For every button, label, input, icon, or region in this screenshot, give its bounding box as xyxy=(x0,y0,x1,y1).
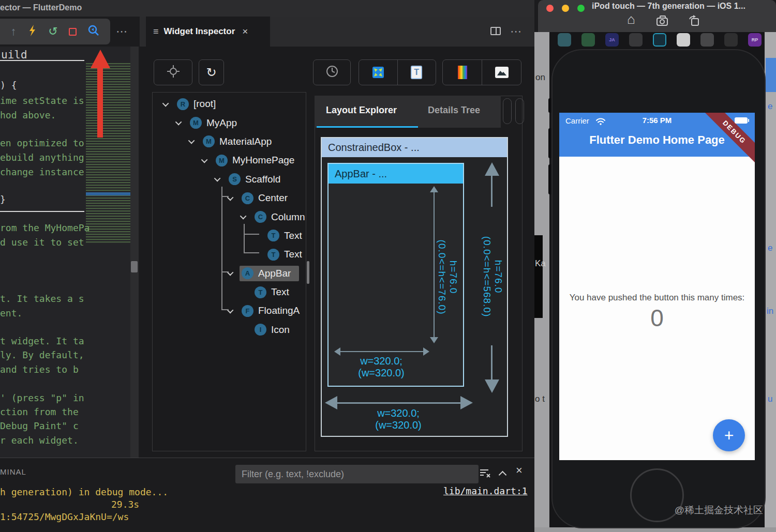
source-link[interactable]: lib/main.dart:1 xyxy=(443,485,528,496)
height-arrow-inner xyxy=(434,191,435,338)
tab-widget-inspector[interactable]: ≡ Widget Inspector × xyxy=(146,17,270,47)
select-widget-button[interactable] xyxy=(154,59,192,85)
node-badge: I xyxy=(255,324,266,336)
tree-node-text[interactable]: TText xyxy=(153,226,306,245)
editor-minimap[interactable] xyxy=(86,63,130,244)
fab-increment-button[interactable]: + xyxy=(713,419,745,451)
background-window-strip: on Ka o t xyxy=(534,32,549,527)
code-line: d use it to set xyxy=(0,237,84,248)
node-badge: T xyxy=(267,230,279,241)
background-text-fragment: o t xyxy=(535,394,545,404)
chevron-down-icon xyxy=(227,194,234,201)
node-badge: M xyxy=(216,155,228,166)
screenshot-camera-icon[interactable] xyxy=(656,14,670,29)
locate-icon xyxy=(167,65,180,80)
list-icon: ≡ xyxy=(153,26,159,37)
terminal-line: h generation) in debug mode... xyxy=(0,487,168,497)
refresh-tree-button[interactable]: ↻ xyxy=(199,59,224,85)
node-badge: C xyxy=(255,211,266,223)
arrow-head-down xyxy=(485,379,499,393)
tree-connector xyxy=(221,196,229,197)
tree-node-text[interactable]: TText xyxy=(153,283,306,301)
restart-icon[interactable]: ↺ xyxy=(48,26,57,37)
annotation-arrow xyxy=(97,67,103,138)
tree-node-center[interactable]: CCenter xyxy=(153,189,306,207)
stop-icon[interactable] xyxy=(69,28,77,36)
node-label: Center xyxy=(258,192,288,204)
tree-connector xyxy=(221,187,222,309)
node-badge: S xyxy=(229,173,241,185)
toolbar-pill-button[interactable] xyxy=(503,98,512,124)
repaint-rainbow-icon xyxy=(458,66,467,79)
chevron-down-icon xyxy=(240,213,247,220)
dock-app-icon xyxy=(677,33,690,47)
tree-node-text[interactable]: TText xyxy=(153,245,306,264)
code-editor[interactable]: uild ) { ime setState is hod above. en o… xyxy=(0,47,139,458)
tree-node-appbar-selected[interactable]: AAppBar xyxy=(153,264,306,283)
highlight-repaints-button[interactable] xyxy=(443,60,482,85)
chevron-up-icon[interactable] xyxy=(500,470,505,480)
clear-filter-icon[interactable] xyxy=(480,468,492,480)
show-guidelines-button[interactable] xyxy=(359,60,397,85)
editor-divider xyxy=(0,60,84,61)
plus-icon: + xyxy=(724,426,734,445)
code-line: en optimized to xyxy=(0,138,84,148)
tree-scrollbar-thumb[interactable] xyxy=(307,261,309,284)
zoom-traffic-light[interactable] xyxy=(577,5,585,12)
tree-node-materialapp[interactable]: MMaterialApp xyxy=(153,132,306,151)
terminal-tab-label[interactable]: MINAL xyxy=(0,467,26,476)
tree-node-floatingactionbutton[interactable]: FFloatingA xyxy=(153,301,306,320)
tree-connector xyxy=(244,252,259,253)
highlight-images-button[interactable] xyxy=(482,60,521,85)
dock-app-icon xyxy=(629,33,643,47)
slow-animations-button[interactable] xyxy=(313,59,351,85)
inner-width-label: w=320.0; (w=320.0) xyxy=(330,355,433,379)
arrow-head-down xyxy=(430,337,438,343)
tree-node-column[interactable]: CColumn xyxy=(153,207,306,226)
guidelines-icon xyxy=(371,66,385,79)
step-up-icon[interactable]: ↑ xyxy=(10,26,16,37)
dock-app-icon xyxy=(581,33,595,47)
close-traffic-light[interactable] xyxy=(546,5,554,12)
terminal-filter-input[interactable] xyxy=(235,465,479,483)
toolbar-pill-button[interactable] xyxy=(515,98,524,124)
close-tab-icon[interactable]: × xyxy=(242,26,248,37)
dock-app-icon: JA xyxy=(605,33,619,47)
node-label: FloatingA xyxy=(258,305,300,316)
height-arrow-outer xyxy=(491,176,493,207)
editor-scrollbar[interactable] xyxy=(130,47,139,458)
inspector-search-icon[interactable] xyxy=(87,24,100,39)
phone-screen: Carrier 7:56 PM DEBUG Flutter Demo Home … xyxy=(559,113,755,460)
terminal-line: 1:54725/MwgDGxJaKnU=/ws xyxy=(0,511,129,522)
editor-scrollbar-thumb[interactable] xyxy=(131,261,138,272)
code-line: ' (press "p" in xyxy=(0,392,84,403)
terminal-panel: MINAL × h generation) in debug mode... 2… xyxy=(0,458,534,532)
show-baselines-button[interactable]: T xyxy=(398,60,436,85)
text-baseline-icon: T xyxy=(411,66,422,79)
home-icon[interactable]: ⌂ xyxy=(627,11,635,27)
close-panel-icon[interactable]: × xyxy=(516,464,523,477)
tree-node-myhomepage[interactable]: MMyHomePage xyxy=(153,151,306,170)
tree-node-root[interactable]: R[root] xyxy=(153,95,306,113)
rotate-icon[interactable] xyxy=(687,14,700,29)
background-text-fragment: e xyxy=(768,101,772,112)
chevron-down-icon xyxy=(227,307,234,314)
hot-reload-icon[interactable] xyxy=(27,24,37,39)
simulator-titlebar[interactable]: iPod touch — 7th generation — iOS 1... ⌂ xyxy=(538,0,776,32)
tab-details-tree[interactable]: Details Tree xyxy=(428,105,480,116)
tree-node-myapp[interactable]: MMyApp xyxy=(153,113,306,132)
tree-connector xyxy=(221,271,229,272)
tab-layout-explorer[interactable]: Layout Explorer xyxy=(326,105,397,116)
tab-more-icon[interactable]: ⋯ xyxy=(510,25,522,38)
screenshot-root: ector — FlutterDemo ↑ ↺ ⋯ uild ) { ime s… xyxy=(0,0,776,532)
split-editor-icon[interactable] xyxy=(490,27,501,37)
debug-toolbar-more-icon[interactable]: ⋯ xyxy=(116,25,128,38)
code-line: r each widget. xyxy=(0,435,79,446)
minimize-traffic-light[interactable] xyxy=(562,5,569,12)
appbar-title: Flutter Demo Home Page xyxy=(559,133,755,147)
editor-sticky-header: uild xyxy=(1,49,27,61)
watermark: @稀土掘金技术社区 xyxy=(673,504,763,517)
tree-node-scaffold[interactable]: SScaffold xyxy=(153,170,306,189)
tree-node-icon[interactable]: IIcon xyxy=(153,321,306,339)
node-label: AppBar xyxy=(258,268,291,279)
